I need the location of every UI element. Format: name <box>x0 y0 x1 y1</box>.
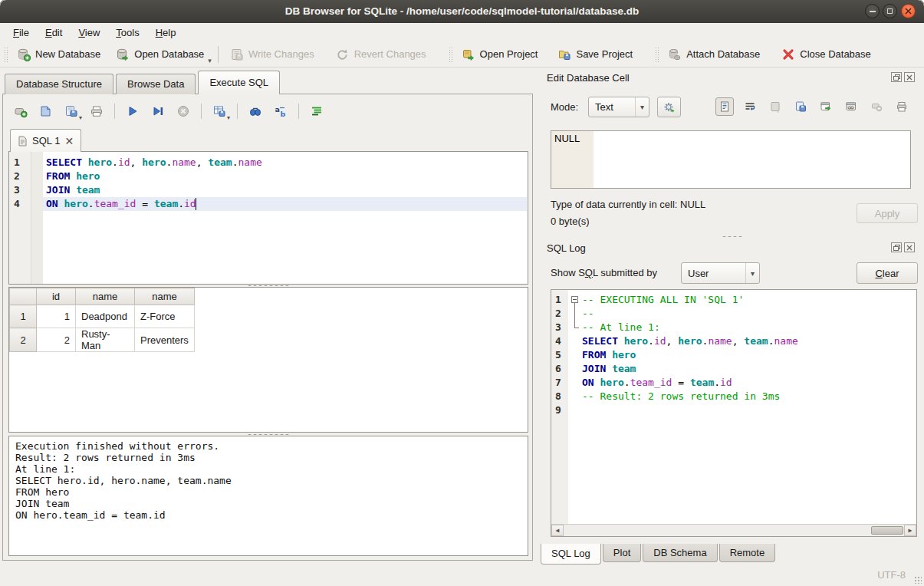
save-sql-file-button[interactable]: ▾ <box>63 103 80 120</box>
tab-plot[interactable]: Plot <box>603 544 641 562</box>
print-sql-button[interactable] <box>88 103 105 120</box>
cell-mode-select[interactable]: Text ▾ <box>588 97 649 117</box>
auto-switch-mode-button[interactable] <box>657 97 681 117</box>
open-sql-file-button[interactable] <box>38 103 54 120</box>
scroll-right-arrow[interactable]: ▶ <box>904 525 916 536</box>
save-project-label: Save Project <box>576 48 633 60</box>
sql-log-view[interactable]: 1 2 3 4 5 6 7 8 9 -- EXECUTING ALL IN 'S… <box>551 289 917 537</box>
sql-document-tab[interactable]: SQL 1 ✕ <box>10 129 81 152</box>
toolbar-grip[interactable] <box>655 47 659 62</box>
sql-log-filter-label: Show SQL submitted by <box>551 262 657 284</box>
open-project-label: Open Project <box>480 48 538 60</box>
cell-id[interactable]: 2 <box>37 328 76 352</box>
menu-edit[interactable]: Edit <box>38 25 70 41</box>
dock-float-button[interactable] <box>891 242 902 252</box>
write-changes-button[interactable]: Write Changes <box>225 44 320 64</box>
menu-help[interactable]: Help <box>148 25 184 41</box>
text-mode-button[interactable] <box>715 97 734 116</box>
open-in-external-button[interactable] <box>817 97 835 116</box>
resize-grip[interactable] <box>914 576 922 584</box>
revert-changes-button[interactable]: Revert Changes <box>330 44 432 64</box>
log-line: -- <box>582 307 915 321</box>
sql-log-filter-select[interactable]: User ▾ <box>681 262 760 284</box>
dock-float-button[interactable] <box>891 72 902 82</box>
cell-value-editor[interactable]: NULL <box>551 130 911 189</box>
results-grid[interactable]: id name name 1 1 Deadpond Z-Force 2 2 Ru… <box>8 287 528 433</box>
maximize-button[interactable] <box>883 4 897 18</box>
toolbar-grip[interactable] <box>449 47 452 62</box>
chevron-down-icon: ▾ <box>745 263 759 283</box>
write-changes-icon <box>230 48 244 61</box>
save-project-button[interactable]: Save Project <box>552 44 638 64</box>
import-cell-data-button[interactable] <box>766 97 784 116</box>
toolbar-grip[interactable] <box>4 47 8 62</box>
row-header[interactable]: 1 <box>10 305 37 328</box>
tab-execute-sql[interactable]: Execute SQL <box>198 71 280 94</box>
dock-close-button[interactable] <box>904 72 915 82</box>
new-database-button[interactable]: New Database <box>12 44 106 64</box>
copy-link-button[interactable] <box>842 97 860 116</box>
grid-corner[interactable] <box>10 288 37 305</box>
tab-sql-log[interactable]: SQL Log <box>541 544 601 565</box>
execution-message-area[interactable]: Execution finished without errors. Resul… <box>8 436 528 556</box>
word-wrap-button[interactable] <box>741 97 759 116</box>
close-button[interactable] <box>901 4 916 18</box>
scroll-left-arrow[interactable]: ◀ <box>551 525 564 536</box>
open-project-button[interactable]: Open Project <box>456 44 544 64</box>
code-line: SELECT hero.id, hero.name, team.name <box>46 156 526 170</box>
execute-all-button[interactable] <box>124 103 141 120</box>
row-header[interactable]: 2 <box>10 328 37 352</box>
titlebar[interactable]: DB Browser for SQLite - /home/user/code/… <box>0 0 924 23</box>
menu-tools[interactable]: Tools <box>108 25 146 41</box>
stop-execution-button[interactable] <box>175 103 192 120</box>
attach-database-button[interactable]: Attach Database <box>663 44 765 64</box>
tab-database-structure[interactable]: Database Structure <box>5 74 113 94</box>
execute-line-button[interactable] <box>150 103 166 120</box>
cell-hero-name[interactable]: Rusty-Man <box>76 328 135 352</box>
cell-team-name[interactable]: Preventers <box>135 328 195 352</box>
save-sql-dropdown-arrow[interactable]: ▾ <box>79 114 82 121</box>
tab-db-schema[interactable]: DB Schema <box>643 544 717 562</box>
horizontal-scrollbar[interactable]: ◀ ▶ <box>551 524 916 536</box>
clear-log-button[interactable]: Clear <box>857 262 918 284</box>
tab-remote[interactable]: Remote <box>719 544 776 562</box>
dock-close-icon <box>906 245 912 251</box>
cell-team-name[interactable]: Z-Force <box>135 305 195 328</box>
minimize-button[interactable] <box>865 4 880 18</box>
fold-marker-icon[interactable] <box>571 296 578 303</box>
column-header-name2[interactable]: name <box>135 288 195 305</box>
sql-tab-close-icon[interactable]: ✕ <box>64 135 74 147</box>
dock-close-icon <box>906 74 912 81</box>
cell-id[interactable]: 1 <box>37 305 76 328</box>
scrollbar-thumb[interactable] <box>871 526 903 535</box>
dock-splitter-handle[interactable] <box>722 235 743 238</box>
cell-mode-value: Text <box>595 101 630 113</box>
format-sql-button[interactable] <box>308 103 325 120</box>
export-cell-data-button[interactable] <box>791 97 810 116</box>
save-results-button[interactable]: ▾ <box>211 103 228 120</box>
tab-browse-data[interactable]: Browse Data <box>116 74 196 94</box>
auto-complete-button[interactable]: a b <box>272 103 289 120</box>
close-database-button[interactable]: Close Database <box>776 44 876 64</box>
menu-file[interactable]: File <box>5 25 37 41</box>
find-button[interactable] <box>247 103 264 120</box>
sql-code-editor[interactable]: 1 2 3 4 SELECT hero.id, hero.name, team.… <box>8 151 528 285</box>
column-header-id[interactable]: id <box>37 288 76 305</box>
menu-view[interactable]: View <box>71 25 107 41</box>
minimize-icon <box>870 11 876 12</box>
menubar: File Edit View Tools Help <box>0 23 924 41</box>
set-null-button[interactable] <box>867 97 886 116</box>
dock-close-button[interactable] <box>904 242 915 252</box>
open-database-button[interactable]: Open Database <box>110 44 209 64</box>
open-database-icon <box>116 48 130 61</box>
execute-all-icon <box>126 104 140 118</box>
close-database-label: Close Database <box>800 48 871 60</box>
print-cell-button[interactable] <box>893 97 911 116</box>
apply-button[interactable]: Apply <box>857 203 918 223</box>
new-sql-tab-button[interactable] <box>12 103 29 120</box>
column-header-name[interactable]: name <box>76 288 135 305</box>
cell-hero-name[interactable]: Deadpond <box>76 305 135 328</box>
save-results-dropdown-arrow[interactable]: ▾ <box>227 114 230 121</box>
open-database-dropdown-arrow[interactable]: ▾ <box>208 57 212 67</box>
encoding-indicator[interactable]: UTF-8 <box>877 569 906 581</box>
